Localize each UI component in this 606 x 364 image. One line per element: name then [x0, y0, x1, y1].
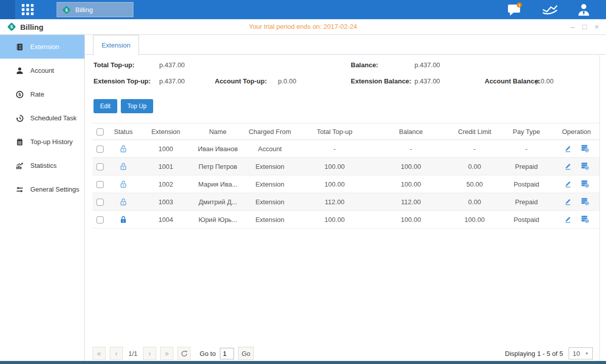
extension-table-body: 1000Иван ИвановAccount----$1001Петр Петр… — [92, 140, 600, 229]
credit-limit-cell: 100.00 — [449, 211, 500, 229]
topup-row-icon[interactable]: $ — [581, 198, 589, 206]
col-name: Name — [193, 123, 243, 140]
edit-button[interactable]: Edit — [94, 99, 117, 113]
line-chart-icon[interactable] — [541, 3, 558, 18]
trial-notice: Your trial period ends on: 2017-02-24 — [0, 23, 606, 30]
sidebar-item-label: Rate — [30, 90, 44, 98]
window-bottom-edge — [0, 361, 606, 364]
system-topbar: $ Billing ! — [0, 0, 606, 19]
refresh-icon[interactable] — [177, 347, 191, 360]
table-row: 1003Дмитрий Д...Extension112.00112.000.0… — [92, 193, 600, 211]
taskbar-billing-label: Billing — [75, 6, 93, 14]
account-balance-value: p.0.00 — [535, 77, 553, 85]
topup-row-icon[interactable]: $ — [581, 145, 589, 153]
close-icon[interactable]: × — [594, 22, 599, 32]
page-indicator: 1/1 — [128, 350, 137, 357]
edit-row-icon[interactable] — [564, 198, 572, 206]
name-cell: Иван Иванов — [193, 140, 243, 158]
total-topup-cell: 100.00 — [297, 158, 372, 175]
sidebar-item-scheduled-task[interactable]: Scheduled Task — [0, 106, 84, 130]
locked-icon — [119, 215, 127, 224]
credit-limit-cell: 0.00 — [449, 193, 500, 211]
topbar-left-strip — [0, 0, 15, 19]
billing-app-window: $ Billing ! — [0, 0, 606, 364]
extension-topup-value: p.437.00 — [159, 77, 185, 85]
unlocked-icon — [119, 162, 127, 171]
bar-chart-icon — [15, 161, 24, 170]
top-up-button[interactable]: Top Up — [121, 99, 153, 113]
pay-type-cell: Prepaid — [500, 158, 553, 175]
page-size-select[interactable]: 10 ▼ — [569, 347, 593, 359]
sidebar-item-account[interactable]: Account — [0, 59, 84, 82]
notepad-icon — [15, 138, 24, 146]
taskbar-billing-button[interactable]: $ Billing — [57, 2, 133, 17]
row-checkbox[interactable] — [97, 181, 104, 188]
charged-from-cell: Extension — [243, 211, 297, 229]
pagination: « ‹ 1/1 › » Go to Go — [92, 347, 254, 360]
topup-row-icon[interactable]: $ — [581, 215, 589, 223]
table-row: 1001Петр ПетровExtension100.00100.000.00… — [92, 158, 600, 175]
total-topup-label: Total Top-up: — [94, 61, 134, 69]
sidebar-item-extension[interactable]: Extension — [0, 35, 84, 59]
user-icon[interactable] — [577, 3, 591, 19]
table-row: 1004Юрий Юрь...Extension100.00100.00100.… — [92, 211, 600, 229]
col-credit-limit: Credit Limit — [449, 123, 500, 140]
messages-icon[interactable]: ! — [507, 3, 523, 19]
dollar-circle-icon: $ — [15, 90, 24, 99]
name-cell: Юрий Юрь... — [193, 211, 243, 229]
sidebar-item-label: General Settings — [30, 186, 79, 193]
edit-row-icon[interactable] — [564, 180, 572, 188]
extension-balance-value: p.437.00 — [414, 77, 440, 85]
table-row: 1002Мария Ива...Extension100.00100.0050.… — [92, 175, 600, 193]
select-all-checkbox[interactable] — [97, 128, 104, 135]
extension-cell: 1004 — [139, 211, 193, 229]
charged-from-cell: Extension — [243, 193, 297, 211]
sidebar-item-topup-history[interactable]: Top-up History — [0, 130, 84, 154]
extension-cell: 1002 — [139, 175, 193, 193]
topup-row-icon[interactable]: $ — [581, 162, 589, 170]
pay-type-cell: Postpaid — [500, 211, 553, 229]
charged-from-cell: Account — [243, 140, 297, 158]
row-checkbox[interactable] — [97, 163, 104, 170]
maximize-icon[interactable]: □ — [582, 22, 587, 32]
goto-page-input[interactable] — [220, 348, 234, 359]
next-page-button[interactable]: › — [143, 347, 156, 360]
prev-page-button[interactable]: ‹ — [110, 347, 123, 360]
balance-cell: 100.00 — [372, 158, 449, 175]
pay-type-cell: Prepaid — [500, 193, 553, 211]
svg-text:$: $ — [65, 7, 68, 12]
go-button[interactable]: Go — [238, 347, 254, 360]
row-checkbox[interactable] — [97, 216, 104, 223]
minimize-icon[interactable]: – — [571, 22, 575, 32]
tab-extension[interactable]: Extension — [93, 35, 139, 55]
table-row: 1000Иван ИвановAccount----$ — [92, 140, 600, 158]
row-checkbox[interactable] — [97, 199, 104, 206]
edit-row-icon[interactable] — [564, 145, 572, 153]
last-page-button[interactable]: » — [160, 347, 173, 360]
balance-cell: 100.00 — [372, 175, 449, 193]
row-checkbox[interactable] — [97, 146, 104, 153]
unlocked-icon — [119, 180, 127, 189]
edit-row-icon[interactable] — [564, 215, 572, 223]
charged-from-cell: Extension — [243, 158, 297, 175]
sidebar-item-rate[interactable]: $ Rate — [0, 82, 84, 106]
account-topup-value: p.0.00 — [278, 77, 296, 85]
total-topup-value: p.437.00 — [159, 61, 185, 69]
main-content: Extension Total Top-up: p.437.00 Balance… — [85, 35, 606, 361]
topup-row-icon[interactable]: $ — [581, 180, 589, 188]
extension-topup-label: Extension Top-up: — [94, 77, 151, 85]
apps-grid-icon[interactable] — [18, 3, 37, 16]
charged-from-cell: Extension — [243, 175, 297, 193]
total-topup-cell: - — [297, 140, 372, 158]
edit-row-icon[interactable] — [564, 162, 572, 170]
first-page-button[interactable]: « — [92, 347, 106, 360]
sidebar: Extension Account $ Rate — [0, 35, 85, 361]
total-topup-cell: 100.00 — [297, 211, 372, 229]
col-extension: Extension — [139, 123, 193, 140]
window-titlebar: $ Billing Your trial period ends on: 201… — [0, 19, 606, 35]
pay-type-cell: - — [500, 140, 553, 158]
ledger-icon — [15, 42, 24, 51]
extension-cell: 1000 — [139, 140, 193, 158]
sidebar-item-general-settings[interactable]: General Settings — [0, 177, 84, 201]
sidebar-item-statistics[interactable]: Statistics — [0, 154, 84, 177]
